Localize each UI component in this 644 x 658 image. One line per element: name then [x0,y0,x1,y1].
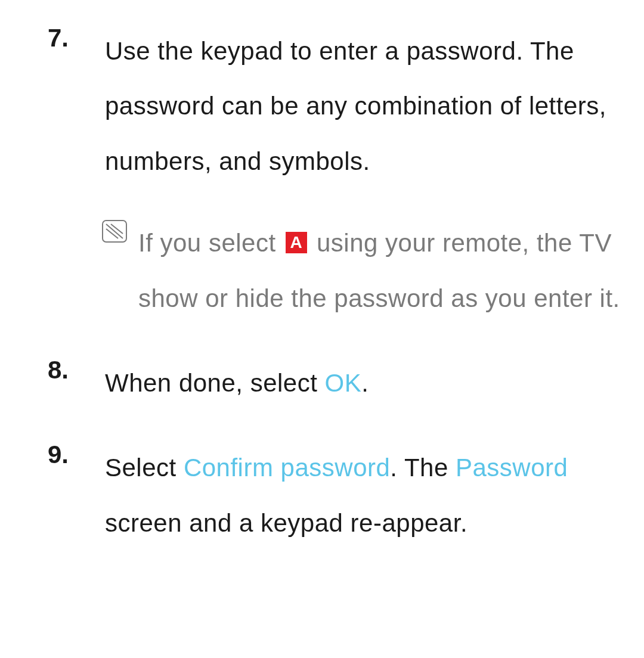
item-number: 9. [36,440,69,469]
note-prefix: If you select [138,229,283,257]
item-text: Use the keypad to enter a password. The … [105,24,620,189]
a-button-badge: A [286,232,307,253]
item-content: Select Confirm password. The Password sc… [105,440,620,551]
item-text: Select Confirm password. The Password sc… [105,440,620,551]
list-item-8: 8. When done, select OK. [72,356,620,411]
item-number: 8. [36,356,69,384]
item-content: Use the keypad to enter a password. The … [105,24,620,326]
note-block: If you select A using your remote, the T… [138,216,620,326]
text-prefix: Select [105,454,184,482]
svg-line-3 [111,224,123,234]
item-number: 7. [36,24,69,52]
ok-link: OK [325,369,362,397]
text-suffix: screen and a keypad re-appear. [105,509,467,537]
item-text: When done, select OK. [105,356,620,411]
password-link: Password [456,454,568,482]
text-mid: . The [390,454,456,482]
text-prefix: When done, select [105,369,325,397]
note-text: If you select A using your remote, the T… [138,216,620,326]
svg-line-2 [106,229,118,238]
confirm-password-link: Confirm password [184,454,390,482]
note-icon [101,219,128,243]
list-item-7: 7. Use the keypad to enter a password. T… [72,24,620,326]
item-content: When done, select OK. [105,356,620,411]
list-item-9: 9. Select Confirm password. The Password… [72,440,620,551]
text-suffix: . [361,369,369,397]
